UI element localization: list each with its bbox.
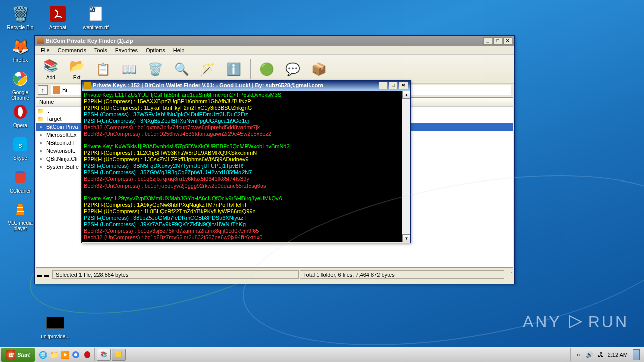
console-close-button[interactable]: ✕ xyxy=(399,82,408,89)
scroll-track[interactable] xyxy=(403,99,410,234)
archive-title: BitCoin Private Key Finder (1).zip xyxy=(46,38,483,44)
tray-expand-icon[interactable]: « xyxy=(575,351,583,359)
firefox-icon: 🦊 xyxy=(10,36,30,56)
scroll-up-button[interactable]: ▲ xyxy=(403,90,410,99)
toolbar-separator xyxy=(250,59,251,79)
close-button[interactable]: ✕ xyxy=(503,37,512,45)
column-name[interactable]: Name xyxy=(36,98,76,106)
minimize-button[interactable]: _ xyxy=(483,37,492,45)
archive-titlebar[interactable]: BitCoin Private Key Finder (1).zip _ □ ✕ xyxy=(35,36,514,46)
file-name: System.Buffe xyxy=(46,164,79,170)
menu-favorites[interactable]: Favorites xyxy=(111,46,142,54)
console-title: Private Keys : 152 | BitCoin Wallet Find… xyxy=(93,82,379,88)
file-name: Target xyxy=(46,116,62,122)
menu-help[interactable]: Help xyxy=(169,46,189,54)
console-minimize-button[interactable]: _ xyxy=(379,82,388,89)
toolbar-add[interactable]: 📚Add xyxy=(39,57,63,81)
desktop-icon-unitprovide[interactable]: unitprovide... xyxy=(38,312,73,344)
task-archive[interactable]: 📚 xyxy=(97,349,111,361)
toolbar-find[interactable]: 🔍 xyxy=(170,60,194,78)
scan-icon: 🟢 xyxy=(259,61,275,77)
svg-point-14 xyxy=(84,351,90,358)
toolbar-sfx[interactable]: 📦 xyxy=(307,60,331,78)
desktop-icon-firefox[interactable]: 🦊Firefox xyxy=(3,35,38,68)
taskbar: ⊞ Start 🌐 📁 ▶️ 📚 🟨 « 🔊 🖧 2:12 AM xyxy=(0,347,644,362)
ql-media[interactable]: ▶️ xyxy=(60,350,70,360)
tray-network-icon[interactable]: 🖧 xyxy=(597,351,605,359)
status-selected: Selected 1 file, 228,864 bytes xyxy=(52,270,299,279)
archive-path-icon xyxy=(53,86,60,94)
trash-icon: 🗑️ xyxy=(10,4,30,24)
ql-opera[interactable] xyxy=(82,350,92,360)
resize-grip[interactable]: ⋰ xyxy=(504,271,512,278)
desktop-icon-opera[interactable]: Opera xyxy=(3,101,38,133)
console-scrollbar[interactable]: ▲ ▼ xyxy=(402,90,410,242)
quick-launch: 🌐 📁 ▶️ xyxy=(36,348,95,361)
ccleaner-icon xyxy=(10,167,30,187)
start-button[interactable]: ⊞ Start xyxy=(1,348,35,362)
sfx-icon: 📦 xyxy=(311,61,327,77)
file-icon: ▫ xyxy=(37,147,44,154)
file-name: Newtonsoft. xyxy=(46,148,75,154)
view-icon: 📖 xyxy=(121,61,137,77)
winrar-task-icon: 📚 xyxy=(100,351,107,358)
show-desktop-button[interactable] xyxy=(633,349,640,360)
desktop-icon-acrobat[interactable]: Acrobat xyxy=(40,3,75,35)
console-output[interactable]: Private Key: L11TZUsYULHjCsFht89nHard1ca… xyxy=(82,90,402,242)
desktop-icon-skype[interactable]: SSkype xyxy=(3,133,38,166)
chrome-icon xyxy=(10,69,30,88)
windows-logo-icon: ⊞ xyxy=(6,350,15,359)
maximize-button[interactable]: □ xyxy=(493,37,502,45)
console-icon xyxy=(84,82,91,89)
desktop-icon-ccleaner[interactable]: CCleaner xyxy=(3,166,38,199)
menu-file[interactable]: File xyxy=(37,46,54,54)
system-tray: « 🔊 🖧 2:12 AM xyxy=(570,348,644,361)
tray-volume-icon[interactable]: 🔊 xyxy=(586,351,594,359)
toolbar-view[interactable]: 📖 xyxy=(117,60,141,78)
toolbar-extract[interactable]: 📂Ext xyxy=(65,57,89,81)
file-icon: ▫ xyxy=(37,163,44,170)
skype-icon: S xyxy=(10,134,30,154)
status-icons: ▬ ▬ xyxy=(37,272,49,278)
vlc-icon xyxy=(10,200,30,219)
scroll-down-button[interactable]: ▼ xyxy=(403,234,410,242)
console-body: Private Key: L11TZUsYULHjCsFht89nHard1ca… xyxy=(82,90,410,242)
toolbar-test[interactable]: 📋 xyxy=(91,60,115,78)
desktop-icon-wentitem[interactable]: Wwentitem.rtf xyxy=(78,3,113,35)
console-titlebar[interactable]: Private Keys : 152 | BitCoin Wallet Find… xyxy=(82,80,410,90)
menu-options[interactable]: Options xyxy=(142,46,169,54)
archive-statusbar: ▬ ▬ Selected 1 file, 228,864 bytes Total… xyxy=(35,269,514,279)
desktop-icon-chrome[interactable]: Google Chrome xyxy=(3,68,38,101)
desktop: 🗑️Recycle Bin 🦊Firefox Google Chrome Ope… xyxy=(0,0,644,362)
menu-tools[interactable]: Tools xyxy=(90,46,111,54)
file-name: QBitNinja.Cli xyxy=(46,156,77,162)
svg-point-13 xyxy=(74,353,77,356)
svg-rect-7 xyxy=(17,211,24,212)
opera-icon xyxy=(10,102,30,122)
toolbar-wizard[interactable]: 🪄 xyxy=(196,60,220,78)
up-button[interactable]: ↑ xyxy=(38,85,48,95)
console-maximize-button[interactable]: □ xyxy=(389,82,398,89)
toolbar-comment[interactable]: 💬 xyxy=(281,60,305,78)
file-icon: ▫ xyxy=(37,155,44,162)
ql-ie[interactable]: 🌐 xyxy=(38,350,48,360)
ql-chrome[interactable] xyxy=(71,350,81,360)
ql-explorer[interactable]: 📁 xyxy=(49,350,59,360)
add-icon: 📚 xyxy=(43,58,59,74)
task-buttons: 📚 🟨 xyxy=(95,349,570,361)
tray-clock[interactable]: 2:12 AM xyxy=(608,352,628,358)
toolbar-virusscan[interactable]: 🟢 xyxy=(255,60,279,78)
desktop-icon-recycle-bin[interactable]: 🗑️Recycle Bin xyxy=(3,3,38,35)
desktop-icon-vlc[interactable]: VLC media player xyxy=(3,199,38,231)
test-icon: 📋 xyxy=(95,61,111,77)
toolbar-info[interactable]: ℹ️ xyxy=(222,60,246,78)
task-console[interactable]: 🟨 xyxy=(112,349,126,361)
svg-point-3 xyxy=(18,107,23,117)
folder-icon: 📁 xyxy=(37,115,44,122)
toolbar-delete[interactable]: 🗑️ xyxy=(143,60,168,78)
console-task-icon: 🟨 xyxy=(115,351,122,358)
acrobat-icon xyxy=(48,4,68,24)
cmd-icon xyxy=(45,313,65,333)
extract-icon: 📂 xyxy=(69,58,85,74)
menu-commands[interactable]: Commands xyxy=(54,46,90,54)
